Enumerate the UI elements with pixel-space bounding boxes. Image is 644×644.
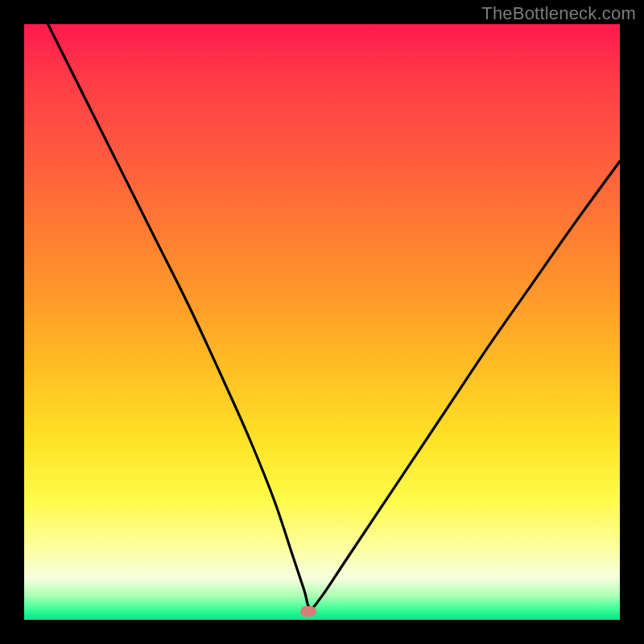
minimum-marker <box>300 606 316 617</box>
chart-frame: TheBottleneck.com <box>0 0 644 644</box>
watermark-text: TheBottleneck.com <box>481 3 636 24</box>
bottleneck-curve <box>24 24 620 620</box>
plot-area <box>24 24 620 620</box>
